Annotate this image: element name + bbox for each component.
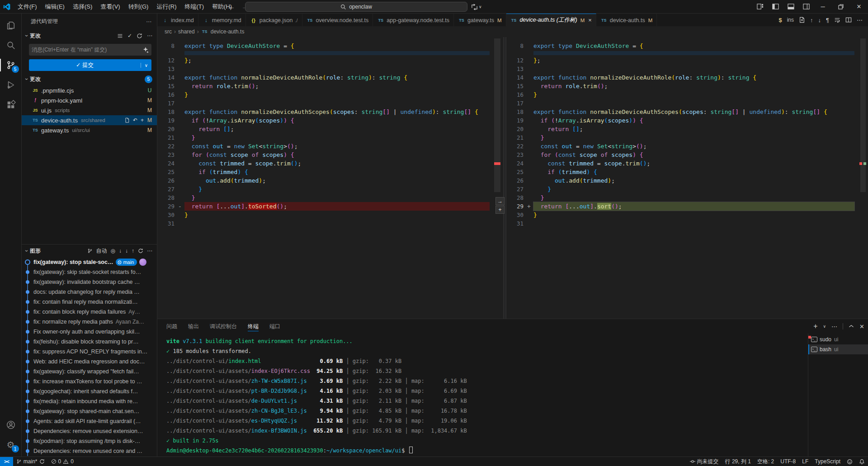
code-line-31[interactable]: 31 xyxy=(157,219,503,228)
scrollbar-right[interactable] xyxy=(856,37,868,319)
diff-modified-pane[interactable]: 8export type DeviceAuthStore = { 12}; 13… xyxy=(506,37,868,319)
open-changes-icon[interactable] xyxy=(799,17,805,23)
fetch-icon[interactable]: ↓ xyxy=(119,248,122,254)
commit-row[interactable]: fix(googlechat): inherit shared defaults… xyxy=(22,386,157,396)
menu-item-4[interactable]: 转到(G) xyxy=(124,0,153,14)
branch-status[interactable]: main* xyxy=(13,457,48,466)
code-line-29[interactable]: 29-return [...out].toSorted(); xyxy=(157,202,503,211)
code-line-25[interactable]: 25if (trimmed) { xyxy=(157,168,503,176)
panel-tab-端口[interactable]: 端口 xyxy=(269,319,280,334)
code-line-24[interactable]: 24const trimmed = scope.trim(); xyxy=(157,159,503,168)
scm-repo-header[interactable]: › 更改 ✓ ⋯ xyxy=(22,29,157,42)
discard-changes-icon[interactable]: ↶ xyxy=(133,117,137,123)
commit-row[interactable]: fix(gateway): stop stale-soc…main xyxy=(22,257,157,267)
tab-overview.node.test.ts[interactable]: TSoverview.node.test.ts xyxy=(302,14,373,26)
stage-changes-icon[interactable]: + xyxy=(141,117,144,123)
menu-item-5[interactable]: 运行(R) xyxy=(152,0,180,14)
pull-icon[interactable]: ↓ xyxy=(125,248,128,254)
new-terminal-icon[interactable]: + xyxy=(813,322,817,330)
sidebar-item-search[interactable] xyxy=(0,35,22,55)
panel-tab-调试控制台[interactable]: 调试控制台 xyxy=(210,319,237,334)
changes-section-header[interactable]: › 更改 5 xyxy=(22,73,157,85)
code-line-15[interactable]: 15return role.trim(); xyxy=(157,82,503,90)
cursor-position[interactable]: 行 29, 列 1 xyxy=(722,457,754,466)
sparkle-ai-icon[interactable] xyxy=(142,47,149,53)
code-line-21[interactable]: 21} xyxy=(157,133,503,142)
code-line-17[interactable]: 17 xyxy=(157,99,503,108)
breadcrumb-part[interactable]: src xyxy=(165,28,172,35)
code-line-22[interactable]: 22const out = new Set<string>(); xyxy=(157,142,503,151)
changed-file-row[interactable]: TSgateway.ts ui/src/ui M xyxy=(22,125,157,135)
tab-device-auth.ts[interactable]: TSdevice-auth.ts M xyxy=(596,14,657,26)
next-change-icon[interactable]: ↓ xyxy=(818,17,821,24)
close-window-button[interactable]: ✕ xyxy=(850,0,868,14)
code-line-8[interactable]: 8export type DeviceAuthStore = { xyxy=(506,42,868,50)
code-line-20[interactable]: 20return []; xyxy=(157,125,503,133)
stage-change-button[interactable]: + xyxy=(495,206,505,214)
commit-row[interactable]: fix(media): retain inbound media with re… xyxy=(22,396,157,406)
breadcrumb-part[interactable]: shared xyxy=(178,28,195,35)
code-line-16[interactable]: 16} xyxy=(506,90,868,99)
code-line-29[interactable]: 29+return [...out].sort(); xyxy=(506,202,868,211)
blame-status[interactable]: 尚未提交 xyxy=(687,457,722,466)
terminal-instance-bash[interactable]: >_ bashui xyxy=(808,344,868,354)
tab-memory.md[interactable]: ↓memory.md xyxy=(198,14,246,26)
terminal-output[interactable]: vite v7.3.1 building client environment … xyxy=(157,334,808,457)
commit-check-icon[interactable]: ✓ xyxy=(127,33,132,39)
changed-file-row[interactable]: JS.pnpmfile.cjs U xyxy=(22,85,157,95)
sidebar-item-extensions[interactable] xyxy=(0,95,22,115)
commit-row[interactable]: fix: contain block reply media failuresA… xyxy=(22,307,157,317)
code-line-18[interactable]: 18export function normalizeDeviceAuthSco… xyxy=(157,108,503,116)
code-line-13[interactable]: 13 xyxy=(506,65,868,73)
commit-row[interactable]: docs: update changelog for reply media … xyxy=(22,287,157,297)
commit-row[interactable]: fix(gateway): skip stale-socket restarts… xyxy=(22,267,157,277)
code-line-19[interactable]: 19if (!Array.isArray(scopes)) { xyxy=(157,116,503,125)
sync-split-button[interactable]: ∨ xyxy=(471,0,482,14)
panel-tab-输出[interactable]: 输出 xyxy=(188,319,199,334)
scrollbar-left[interactable] xyxy=(491,37,503,319)
toggle-secondary-sidebar-icon[interactable] xyxy=(798,0,814,14)
changed-file-row[interactable]: !pnpm-lock.yaml M xyxy=(22,95,157,105)
code-line-28[interactable]: 28} xyxy=(506,193,868,202)
commit-row[interactable]: fix: contain final reply media normaliza… xyxy=(22,297,157,307)
panel-tab-终端[interactable]: 终端 xyxy=(248,319,259,334)
changed-file-row[interactable]: TSdevice-auth.ts src/shared ↶ + M xyxy=(22,115,157,125)
commit-row[interactable]: Dependencies: remove unused core and … xyxy=(22,446,157,456)
sidebar-item-source-control[interactable]: 5 xyxy=(0,55,22,75)
code-line-12[interactable]: 12}; xyxy=(506,56,868,65)
code-line-14[interactable]: 14export function normalizeDeviceAuthRol… xyxy=(506,73,868,82)
graph-section-header[interactable]: › 图形 自动 ◎ ↓ ↓ ↑ ⋯ xyxy=(22,245,157,257)
indentation[interactable]: 空格: 2 xyxy=(754,457,777,466)
changed-file-row[interactable]: JSui.js scripts M xyxy=(22,105,157,115)
code-line-15[interactable]: 15return role.trim(); xyxy=(506,82,868,90)
open-file-icon[interactable] xyxy=(124,118,130,123)
maximize-panel-icon[interactable] xyxy=(849,324,854,329)
close-tab-icon[interactable]: × xyxy=(588,17,592,24)
code-line-18[interactable]: 18export function normalizeDeviceAuthSco… xyxy=(506,108,868,116)
account-icon[interactable] xyxy=(0,415,22,435)
commit-dropdown-icon[interactable]: ∨ xyxy=(141,63,151,68)
terminal-dropdown-icon[interactable]: ∨ xyxy=(823,324,826,329)
target-icon[interactable]: ◎ xyxy=(111,248,115,254)
commit-row[interactable]: fix: increase maxTokens for tool probe t… xyxy=(22,377,157,386)
toggle-panel-icon[interactable] xyxy=(783,0,798,14)
commit-row[interactable]: fix(gateway): stop shared-main chat.sen… xyxy=(22,406,157,416)
code-line-23[interactable]: 23for (const scope of scopes) { xyxy=(157,151,503,159)
diff-original-pane[interactable]: 8export type DeviceAuthStore = { 12}; 13… xyxy=(157,37,503,319)
code-line-26[interactable]: 26out.add(trimmed); xyxy=(506,176,868,185)
more-actions-icon[interactable]: ⋯ xyxy=(857,17,863,24)
code-line-22[interactable]: 22const out = new Set<string>(); xyxy=(506,142,868,151)
nav-back-icon[interactable]: ← xyxy=(228,3,235,10)
tab-device-auth.ts (工作树)[interactable]: TSdevice-auth.ts (工作树) M × xyxy=(506,14,596,26)
word-wrap-icon[interactable] xyxy=(834,17,840,23)
graph-auto-label[interactable]: 自动 xyxy=(96,247,107,255)
code-line-25[interactable]: 25if (trimmed) { xyxy=(506,168,868,176)
code-line-13[interactable]: 13 xyxy=(157,65,503,73)
command-center-search[interactable]: openclaw xyxy=(245,2,467,12)
menu-item-3[interactable]: 查看(V) xyxy=(96,0,124,14)
code-line-17[interactable]: 17 xyxy=(506,99,868,108)
tab-app-gateway.node.test.ts[interactable]: TSapp-gateway.node.test.ts xyxy=(373,14,454,26)
close-panel-icon[interactable]: ✕ xyxy=(859,323,864,330)
commit-row[interactable]: Agents: add skill API rate-limit guardra… xyxy=(22,416,157,426)
code-line-26[interactable]: 26out.add(trimmed); xyxy=(157,176,503,185)
